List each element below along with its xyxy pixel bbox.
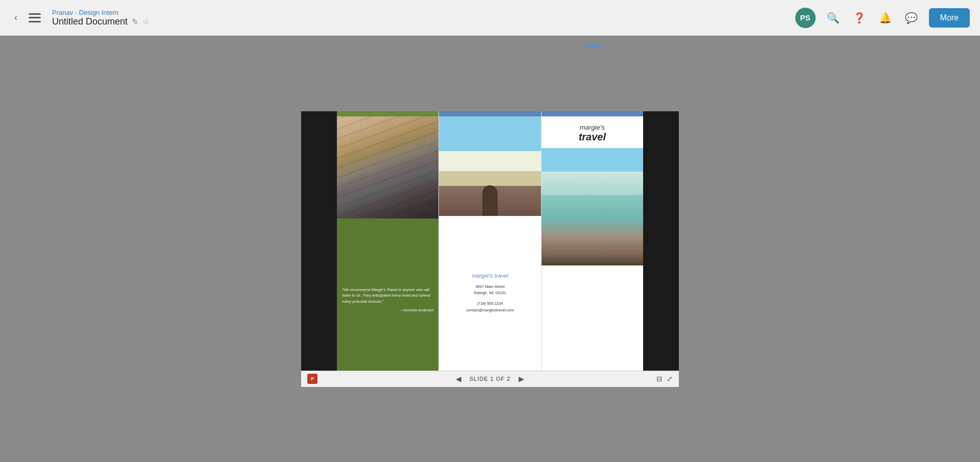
prev-slide-button[interactable]: ◀ xyxy=(456,375,461,383)
panel2-phone: (718) 555-1234 contact@margiestravel.com xyxy=(466,301,513,314)
left-band xyxy=(301,111,337,387)
panel2-top-bar xyxy=(439,111,541,116)
ppt-icon: P xyxy=(307,374,317,384)
comment-icon[interactable]: 💬 xyxy=(903,10,920,26)
panel3-brand-italic: margie's xyxy=(547,124,638,131)
slide-bottom-bar: P ◀ SLIDE 1 OF 2 ▶ ⊟ ⤢ xyxy=(301,371,679,387)
bell-icon[interactable]: 🔔 xyxy=(877,10,894,26)
panel2-address: 4567 Main Street Raleigh, NC 02131 xyxy=(474,284,506,297)
canvas-area: "We recommend Margie's Travel to anyone … xyxy=(0,36,980,462)
phone: (718) 555-1234 xyxy=(466,301,513,307)
view-options-button[interactable]: ⊟ xyxy=(656,375,663,383)
address-line2: Raleigh, NC 02131 xyxy=(474,290,506,297)
panel2-photo xyxy=(439,116,541,216)
address-line1: 4567 Main Street xyxy=(474,284,506,290)
panel1-quote-area: "We recommend Margie's Travel to anyone … xyxy=(337,218,438,381)
doc-user-label: Pranav - Design Intern xyxy=(52,9,150,16)
panel1-top-bar xyxy=(337,111,438,116)
bottom-center: ◀ SLIDE 1 OF 2 ▶ xyxy=(456,375,524,383)
doc-title: Untitled Document xyxy=(52,16,128,27)
email: contact@margiestravel.com xyxy=(466,307,513,314)
quote-attribution: – Henriette Andersen xyxy=(342,308,433,312)
doc-title-row: Untitled Document ✎ ☆ xyxy=(52,16,150,27)
stairs-overlay xyxy=(337,116,438,218)
fullscreen-button[interactable]: ⤢ xyxy=(667,375,673,383)
topbar: ‹ Pranav - Design Intern Untitled Docume… xyxy=(0,0,980,36)
panel3-brand-bold: travel xyxy=(547,131,638,143)
quote-text: "We recommend Margie's Travel to anyone … xyxy=(342,287,433,304)
panel2-info-area: margie's travel 4567 Main Street Raleigh… xyxy=(439,216,541,373)
brochure: "We recommend Margie's Travel to anyone … xyxy=(337,111,643,387)
slide-container: "We recommend Margie's Travel to anyone … xyxy=(301,111,679,387)
right-band xyxy=(643,111,679,387)
back-button[interactable]: ‹ xyxy=(10,10,21,25)
panel3-title-area: margie's travel xyxy=(542,116,643,148)
panel-2: margie's travel 4567 Main Street Raleigh… xyxy=(439,111,541,387)
more-button[interactable]: More xyxy=(929,8,970,28)
panel-1: "We recommend Margie's Travel to anyone … xyxy=(337,111,439,387)
avatar[interactable]: PS xyxy=(795,8,816,28)
topbar-right: PS 🔍 ❓ 🔔 💬 More xyxy=(795,8,970,28)
panel2-brand: margie's travel xyxy=(472,273,508,279)
door-image xyxy=(439,116,541,216)
geyser-image xyxy=(542,148,643,265)
panel-3: margie's travel xyxy=(542,111,643,387)
bottom-right: ⊟ ⤢ xyxy=(656,375,673,383)
edit-icon[interactable]: ✎ xyxy=(132,17,138,27)
panel1-photo xyxy=(337,116,438,218)
panel3-top-bar xyxy=(542,111,643,116)
door-arch xyxy=(482,185,498,216)
three-dot-menu[interactable] xyxy=(585,44,602,48)
panel3-photo xyxy=(542,148,643,265)
bottom-left: P xyxy=(307,374,317,384)
topbar-left: ‹ Pranav - Design Intern Untitled Docume… xyxy=(10,9,150,27)
sidebar-toggle-button[interactable] xyxy=(28,12,42,23)
next-slide-button[interactable]: ▶ xyxy=(519,375,524,383)
doc-info: Pranav - Design Intern Untitled Document… xyxy=(52,9,150,27)
slide-indicator: SLIDE 1 OF 2 xyxy=(470,376,510,382)
star-icon[interactable]: ☆ xyxy=(142,17,150,27)
search-icon[interactable]: 🔍 xyxy=(825,10,842,26)
help-icon[interactable]: ❓ xyxy=(851,10,868,26)
